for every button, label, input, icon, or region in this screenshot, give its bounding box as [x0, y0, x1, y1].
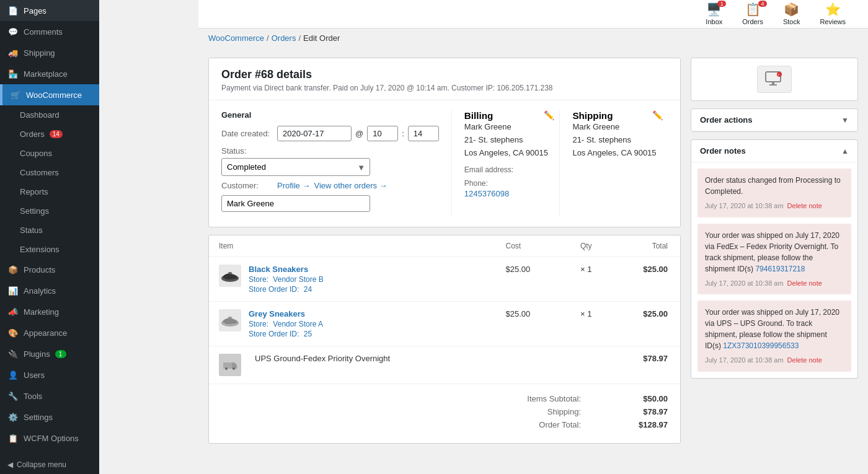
sidebar-item-orders[interactable]: Orders 14	[0, 125, 99, 144]
sidebar-item-settings[interactable]: ⚙️ Settings	[0, 406, 99, 428]
billing-section: ✏️ Billing Mark Greene 21- St. stephens …	[451, 110, 560, 217]
sidebar-item-extensions[interactable]: Extensions	[0, 240, 99, 259]
order-items-card: Item Cost Qty Total	[208, 235, 681, 444]
order-actions-chevron-icon: ▼	[841, 116, 849, 125]
sidebar-item-products[interactable]: 📦 Products	[0, 259, 99, 280]
wcfm-icon: 📋	[7, 432, 19, 444]
topbar-orders[interactable]: 📋 Orders 4	[732, 0, 773, 28]
col-total: Total	[609, 235, 680, 257]
product-name-link-2[interactable]: Grey Sneakers	[249, 309, 323, 318]
main-content: 🖥️ Inbox 1 📋 Orders 4 📦 Stock ⭐ Reviews …	[198, 0, 868, 474]
sidebar-item-marketplace[interactable]: 🏪 Marketplace	[0, 63, 99, 84]
product-cost-1: $25.00	[496, 257, 563, 302]
admin-topbar: 🖥️ Inbox 1 📋 Orders 4 📦 Stock ⭐ Reviews	[198, 0, 868, 29]
status-select[interactable]: Completed	[221, 158, 370, 176]
at-separator: @	[355, 129, 363, 138]
order-total-value: $128.97	[618, 420, 668, 429]
sidebar-item-analytics[interactable]: 📊 Analytics	[0, 280, 99, 301]
vendor-store-b-link[interactable]: Vendor Store B	[273, 275, 323, 284]
sidebar-item-pages[interactable]: 📄 Pages	[0, 0, 99, 21]
marketplace-icon: 🏪	[7, 68, 19, 79]
note-item-2: Your order was shipped on July 17, 2020 …	[698, 224, 851, 295]
tracking-link-1[interactable]: 794619317218	[755, 265, 805, 273]
sidebar-item-woocommerce[interactable]: 🛒 WooCommerce	[0, 84, 99, 105]
profile-link[interactable]: Profile →	[277, 181, 310, 190]
orders-topbar-badge: 4	[758, 1, 767, 7]
breadcrumb-sep1: /	[267, 33, 269, 43]
colon-separator: :	[402, 129, 404, 138]
billing-edit-icon[interactable]: ✏️	[544, 110, 554, 120]
breadcrumb-woocommerce[interactable]: WooCommerce	[208, 33, 264, 43]
delete-note-1[interactable]: Delete note	[787, 201, 822, 211]
topbar-inbox[interactable]: 🖥️ Inbox 1	[696, 0, 732, 28]
status-select-wrapper: Completed ▼	[221, 158, 370, 176]
plugins-badge: 1	[55, 350, 66, 358]
vendor-store-a-link[interactable]: Vendor Store A	[273, 320, 323, 328]
customer-input[interactable]	[221, 195, 370, 212]
product-cost-2: $25.00	[496, 302, 563, 346]
note-date-1: July 17, 2020 at 10:38 am	[705, 201, 784, 211]
order-notes-chevron-icon: ▲	[841, 147, 849, 156]
status-label: Status:	[221, 146, 271, 156]
tracking-link-2[interactable]: 1ZX373010399956533	[723, 341, 799, 350]
shipping-row: UPS Ground-Fedex Priority Overnight $78.…	[209, 346, 680, 384]
collapse-menu[interactable]: ◀ Collapse menu	[0, 455, 99, 474]
pages-icon: 📄	[7, 5, 19, 16]
sidebar-item-status[interactable]: Status	[0, 221, 99, 240]
delete-note-2[interactable]: Delete note	[787, 278, 822, 289]
sidebar-item-shipping[interactable]: 🚚 Shipping	[0, 42, 99, 63]
billing-email-block: Email address:	[464, 165, 560, 174]
totals-section: Items Subtotal: $50.00 Shipping: $78.97 …	[209, 384, 680, 443]
sidebar-item-users[interactable]: 👤 Users	[0, 364, 99, 385]
page-header: WooCommerce / Orders / Edit Order	[198, 29, 868, 48]
shipping-label: UPS Ground-Fedex Priority Overnight	[255, 354, 390, 363]
phone-label: Phone:	[464, 179, 560, 188]
sidebar-item-customers[interactable]: Customers	[0, 163, 99, 182]
sidebar-item-wcfm[interactable]: 📋 WCFM Options	[0, 428, 99, 449]
woocommerce-icon: 🛒	[10, 89, 21, 100]
sidebar-item-coupons[interactable]: Coupons	[0, 144, 99, 163]
order-actions-header[interactable]: Order actions ▼	[691, 109, 857, 131]
general-section: General Date created: @ : Status:	[221, 110, 451, 217]
svg-point-5	[232, 367, 235, 370]
time-min-input[interactable]	[408, 126, 439, 141]
order-notes-label: Order notes	[700, 146, 746, 156]
shipping-edit-icon[interactable]: ✏️	[652, 110, 663, 120]
billing-address: Mark Greene 21- St. stephens Los Angeles…	[464, 121, 560, 159]
time-hour-input[interactable]	[367, 126, 398, 141]
monitor-icon-box: !	[757, 66, 792, 93]
products-icon: 📦	[7, 264, 19, 275]
topbar-reviews[interactable]: ⭐ Reviews	[810, 0, 856, 28]
product-name-link-1[interactable]: Black Sneakers	[249, 265, 324, 274]
phone-link[interactable]: 1245376098	[464, 189, 509, 198]
note-date-2: July 17, 2020 at 10:38 am	[705, 278, 784, 289]
shipping-address: Mark Greene 21- St. stephens Los Angeles…	[572, 121, 668, 159]
subtotal-row: Items Subtotal: $50.00	[221, 394, 668, 403]
topbar-stock[interactable]: 📦 Stock	[773, 0, 810, 28]
tools-icon: 🔧	[7, 390, 19, 402]
sidebar-item-settings-woo[interactable]: Settings	[0, 201, 99, 221]
view-orders-link[interactable]: View other orders →	[314, 181, 387, 190]
sidebar-item-dashboard[interactable]: Dashboard	[0, 105, 99, 125]
date-field-row: Date created: @ :	[221, 126, 439, 141]
sidebar-item-appearance[interactable]: 🎨 Appearance	[0, 322, 99, 343]
sidebar-item-reports[interactable]: Reports	[0, 182, 99, 201]
delete-note-3[interactable]: Delete note	[787, 355, 822, 366]
users-icon: 👤	[7, 369, 19, 380]
note-meta-2: July 17, 2020 at 10:38 am Delete note	[705, 278, 844, 289]
monitor-icon-box-wrapper: !	[691, 58, 858, 101]
product-qty-1: × 1	[562, 257, 609, 302]
note-item-1: Order status changed from Processing to …	[698, 169, 851, 217]
breadcrumb-orders[interactable]: Orders	[272, 33, 296, 43]
sidebar-item-comments[interactable]: 💬 Comments	[0, 21, 99, 42]
product-orderid-1: Store Order ID: 24	[249, 285, 324, 294]
sidebar-item-plugins[interactable]: 🔌 Plugins 1	[0, 343, 99, 364]
sidebar-item-marketing[interactable]: 📣 Marketing	[0, 301, 99, 322]
order-notes-header[interactable]: Order notes ▲	[691, 140, 857, 162]
collapse-arrow-icon: ◀	[7, 460, 13, 469]
appearance-icon: 🎨	[7, 327, 19, 338]
date-input[interactable]	[277, 126, 352, 141]
order-details-card: Order #68 details Payment via Direct ban…	[208, 58, 681, 227]
sidebar: 📄 Pages 💬 Comments 🚚 Shipping 🏪 Marketpl…	[0, 0, 99, 474]
sidebar-item-tools[interactable]: 🔧 Tools	[0, 385, 99, 406]
